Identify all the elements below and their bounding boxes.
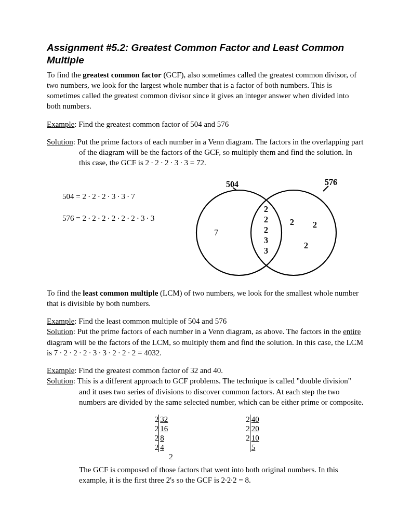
example-label: Example	[47, 120, 74, 128]
venn-c1: 2	[264, 215, 268, 224]
venn-c4: 3	[264, 246, 268, 255]
div-r-d2: 2	[241, 433, 250, 443]
svg-line-3	[323, 186, 328, 191]
factor-504: 504 = 2 · 2 · 2 · 3 · 3 · 7	[62, 191, 177, 202]
venn-c2: 2	[264, 225, 268, 234]
example-1-text: : Find the greatest common factor of 504…	[74, 120, 229, 128]
venn-section: 504 = 2 · 2 · 2 · 3 · 3 · 7 576 = 2 · 2 …	[47, 176, 364, 280]
venn-label-576: 576	[325, 178, 337, 187]
div-r-n1: 20	[250, 424, 262, 433]
solution-2: Solution: Put the prime factors of each …	[47, 326, 364, 358]
venn-ra: 2	[290, 218, 294, 227]
factor-576: 576 = 2 · 2 · 2 · 2 · 2 · 2 · 3 · 3	[62, 213, 177, 223]
solution-2-text-a: : Put the prime factors of each number i…	[73, 327, 343, 336]
example-label: Example	[47, 366, 74, 375]
example-1: Example: Find the greatest common factor…	[47, 119, 364, 129]
example-label: Example	[47, 317, 74, 325]
entire-word: entire	[343, 327, 361, 336]
div-r-d0: 2	[241, 415, 250, 424]
div-l-n1: 16	[158, 424, 170, 433]
term-lcm: least common multiple	[83, 289, 158, 297]
solution-label: Solution	[47, 377, 73, 385]
lcm-lead: To find the	[47, 289, 83, 297]
solution-label: Solution	[47, 138, 73, 146]
venn-left: 7	[214, 228, 218, 237]
div-l-n3: 4	[158, 443, 170, 452]
conclusion: The GCF is composed of those factors tha…	[47, 464, 364, 486]
div-l-n0: 32	[158, 415, 170, 424]
div-l-d3: 2	[149, 443, 158, 452]
example-3: Example: Find the greatest common factor…	[47, 365, 364, 376]
intro-lead: To find the	[47, 71, 83, 79]
solution-label: Solution	[47, 327, 73, 336]
venn-rc: 2	[304, 241, 308, 250]
div-r-n3: 5	[250, 443, 262, 452]
venn-diagram: 504 576 7 2 2 2 3 3 2 2 2	[177, 176, 364, 280]
venn-label-504: 504	[226, 180, 238, 189]
intro-paragraph: To find the greatest common factor (GCF)…	[47, 70, 364, 112]
div-r-d1: 2	[241, 424, 250, 433]
solution-3-text: : This is a different approach to GCF pr…	[73, 377, 364, 406]
solution-3: Solution: This is a different approach t…	[47, 376, 364, 407]
solution-2-text-b: diagram will be the factors of the LCM, …	[47, 338, 363, 357]
example-3-text: : Find the greatest common factor of 32 …	[74, 366, 223, 375]
div-r-n0: 40	[250, 415, 262, 424]
solution-1: Solution: Put the prime factors of each …	[47, 137, 364, 168]
div-r-n2: 10	[250, 433, 262, 443]
factor-equations: 504 = 2 · 2 · 2 · 3 · 3 · 7 576 = 2 · 2 …	[47, 176, 177, 235]
example-2: Example: Find the least common multiple …	[47, 316, 364, 326]
division-left-column: 232 216 28 24 2	[149, 415, 173, 461]
div-l-final: 2	[158, 452, 173, 461]
document-page: Assignment #5.2: Greatest Common Factor …	[0, 0, 411, 532]
division-right-column: 240 220 210 5	[241, 415, 262, 461]
solution-1-text: : Put the prime factors of each number i…	[73, 138, 363, 167]
lcm-paragraph: To find the least common multiple (LCM) …	[47, 288, 364, 309]
venn-c3: 3	[264, 236, 268, 245]
term-gcf: greatest common factor	[83, 71, 161, 79]
div-l-d2: 2	[149, 433, 158, 443]
page-title: Assignment #5.2: Greatest Common Factor …	[47, 42, 364, 66]
svg-point-0	[196, 190, 282, 275]
div-l-n2: 8	[158, 433, 170, 443]
example-2-text: : Find the least common multiple of 504 …	[74, 317, 227, 325]
div-l-d1: 2	[149, 424, 158, 433]
venn-rb: 2	[313, 220, 317, 229]
double-division: 232 216 28 24 2 240 220 210 5	[47, 415, 364, 461]
div-r-d3	[241, 443, 250, 452]
venn-c0: 2	[264, 205, 268, 214]
div-l-d0: 2	[149, 415, 158, 424]
